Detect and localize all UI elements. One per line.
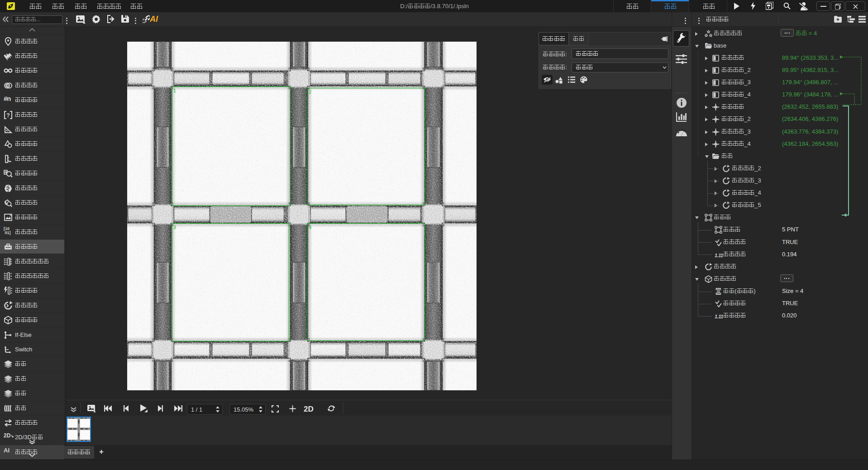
svg-text:1: 1 (173, 88, 176, 93)
svg-text:4: 4 (309, 225, 311, 230)
svg-text:3: 3 (173, 225, 176, 230)
svg-text:2: 2 (309, 89, 311, 95)
svg-text:?: ? (6, 112, 10, 118)
